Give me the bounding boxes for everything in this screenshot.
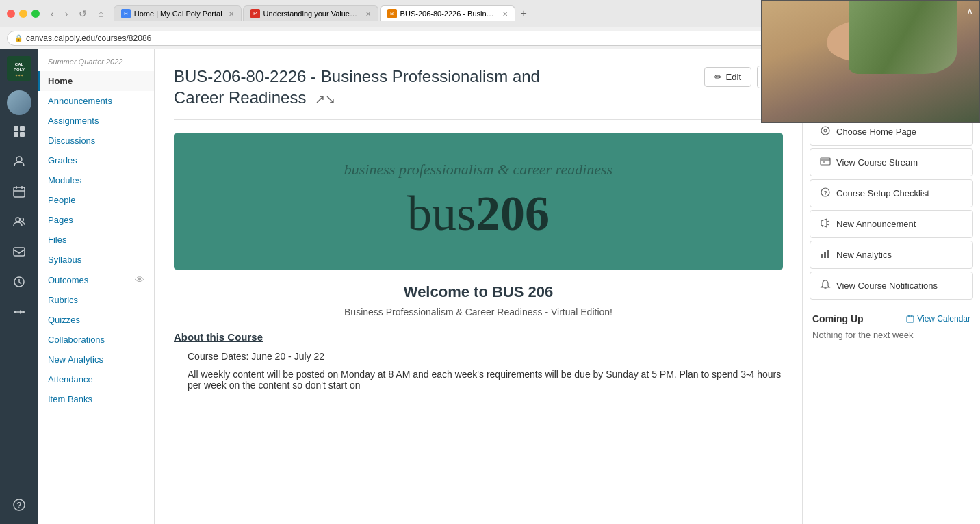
- nav-item-assignments[interactable]: Assignments: [38, 111, 154, 131]
- nav-account[interactable]: [5, 148, 33, 175]
- svg-rect-15: [14, 248, 25, 256]
- calendar-icon: [12, 185, 26, 198]
- new-tab-button[interactable]: +: [521, 8, 527, 20]
- svg-rect-7: [20, 132, 25, 137]
- view-calendar-link[interactable]: View Calendar: [906, 314, 970, 324]
- svg-point-14: [21, 218, 24, 222]
- choose-home-icon: [820, 125, 831, 138]
- nav-link-pages[interactable]: Pages: [48, 215, 73, 225]
- tab3-close[interactable]: ✕: [502, 10, 508, 18]
- tab2-favicon: P: [250, 9, 260, 18]
- reload-button[interactable]: ↺: [76, 7, 90, 21]
- nav-link-rubrics[interactable]: Rubrics: [48, 295, 78, 305]
- about-heading: About this Course: [174, 331, 783, 343]
- browser-tab-2[interactable]: P Understanding your Values.pp... ✕: [243, 5, 378, 21]
- back-button[interactable]: ‹: [48, 7, 57, 21]
- nav-item-announcements[interactable]: Announcements: [38, 91, 154, 111]
- cal-poly-logo-svg: CAL POLY ✦✦✦: [7, 56, 31, 81]
- nav-commons[interactable]: [5, 298, 33, 326]
- nav-link-discussions[interactable]: Discussions: [48, 135, 95, 146]
- nav-item-collaborations[interactable]: Collaborations: [38, 330, 154, 350]
- banner-title-bold: 206: [476, 186, 550, 241]
- browser-tab-1[interactable]: H Home | My Cal Poly Portal ✕: [114, 5, 242, 21]
- nav-inbox[interactable]: [5, 238, 33, 265]
- home-button[interactable]: ⌂: [95, 7, 106, 21]
- nav-link-files[interactable]: Files: [48, 235, 66, 245]
- user-avatar[interactable]: [7, 90, 31, 115]
- nav-link-outcomes[interactable]: Outcomes: [48, 275, 88, 285]
- nav-item-outcomes[interactable]: Outcomes 👁: [38, 270, 154, 290]
- nav-item-rubrics[interactable]: Rubrics: [38, 290, 154, 310]
- history-icon: [12, 275, 26, 289]
- edit-button[interactable]: ✏ Edit: [704, 67, 751, 87]
- video-chevron-icon[interactable]: ∧: [966, 5, 973, 16]
- nav-item-attendance[interactable]: Attendance: [38, 369, 154, 389]
- nav-link-attendance[interactable]: Attendance: [48, 374, 93, 384]
- nav-link-modules[interactable]: Modules: [48, 175, 81, 185]
- nav-people[interactable]: [5, 208, 33, 235]
- course-setup-btn[interactable]: ? Course Setup Checklist: [810, 179, 973, 207]
- nav-item-discussions[interactable]: Discussions: [38, 131, 154, 150]
- svg-point-8: [16, 157, 22, 162]
- browser-tab-3[interactable]: B BUS-206-80-2226 - Business... ✕: [380, 5, 515, 21]
- minimize-window-btn[interactable]: [19, 10, 27, 18]
- nav-item-people[interactable]: People: [38, 190, 154, 210]
- nav-item-quizzes[interactable]: Quizzes: [38, 310, 154, 330]
- forward-button[interactable]: ›: [62, 7, 71, 21]
- video-feed: ∧: [762, 1, 979, 122]
- view-stream-btn[interactable]: View Course Stream: [810, 148, 973, 176]
- coming-up-section: Coming Up View Calendar Nothing for the …: [803, 306, 980, 347]
- nav-link-item-banks[interactable]: Item Banks: [48, 394, 92, 404]
- page-header: BUS-206-80-2226 - Business Professionali…: [174, 66, 783, 120]
- commons-icon: [12, 305, 26, 319]
- nav-item-pages[interactable]: Pages: [38, 210, 154, 230]
- svg-point-18: [22, 311, 25, 313]
- nav-history[interactable]: [5, 268, 33, 296]
- nav-link-new-analytics[interactable]: New Analytics: [48, 354, 103, 365]
- course-nav-list: Home Announcements Assignments Discussio…: [38, 71, 154, 409]
- cal-poly-logo[interactable]: CAL POLY ✦✦✦: [5, 55, 33, 82]
- url-text: canvas.calpoly.edu/courses/82086: [26, 34, 151, 43]
- nav-item-home[interactable]: Home: [38, 71, 154, 91]
- svg-point-17: [14, 311, 16, 313]
- nav-link-people[interactable]: People: [48, 195, 75, 205]
- coming-up-header: Coming Up View Calendar: [812, 313, 970, 324]
- new-announcement-icon: [820, 218, 831, 231]
- close-window-btn[interactable]: [7, 10, 15, 18]
- nav-item-modules[interactable]: Modules: [38, 170, 154, 190]
- nav-item-item-banks[interactable]: Item Banks: [38, 389, 154, 409]
- svg-text:?: ?: [16, 501, 21, 510]
- view-notifications-btn[interactable]: View Course Notifications: [810, 272, 973, 300]
- view-calendar-label: View Calendar: [917, 314, 970, 324]
- nav-link-home[interactable]: Home: [48, 76, 73, 86]
- global-nav: CAL POLY ✦✦✦: [0, 49, 38, 524]
- tab1-label: Home | My Cal Poly Portal: [134, 10, 222, 18]
- maximize-window-btn[interactable]: [31, 10, 40, 18]
- browser-window-controls: [7, 10, 40, 18]
- svg-rect-5: [20, 126, 25, 131]
- account-icon: [12, 155, 26, 168]
- new-announcement-label: New Announcement: [836, 219, 916, 229]
- nav-link-syllabus[interactable]: Syllabus: [48, 254, 81, 265]
- nav-dashboard[interactable]: [5, 118, 33, 145]
- svg-point-13: [16, 218, 20, 222]
- nav-item-syllabus[interactable]: Syllabus: [38, 250, 154, 270]
- svg-rect-38: [821, 254, 823, 258]
- nav-link-quizzes[interactable]: Quizzes: [48, 315, 80, 325]
- nav-link-announcements[interactable]: Announcements: [48, 96, 112, 106]
- nav-calendar[interactable]: [5, 178, 33, 205]
- nav-item-new-analytics[interactable]: New Analytics: [38, 350, 154, 369]
- tab2-close[interactable]: ✕: [365, 10, 371, 18]
- nav-help[interactable]: ?: [5, 491, 33, 519]
- new-announcement-btn[interactable]: New Announcement: [810, 210, 973, 238]
- nav-link-grades[interactable]: Grades: [48, 155, 77, 166]
- tab1-close[interactable]: ✕: [229, 10, 234, 18]
- course-setup-label: Course Setup Checklist: [836, 188, 929, 198]
- nav-item-files[interactable]: Files: [38, 230, 154, 250]
- help-icon: ?: [12, 498, 26, 512]
- nav-link-collaborations[interactable]: Collaborations: [48, 335, 105, 345]
- nav-item-grades[interactable]: Grades: [38, 150, 154, 170]
- tab1-favicon: H: [121, 9, 131, 18]
- new-analytics-btn[interactable]: New Analytics: [810, 241, 973, 269]
- nav-link-assignments[interactable]: Assignments: [48, 116, 99, 126]
